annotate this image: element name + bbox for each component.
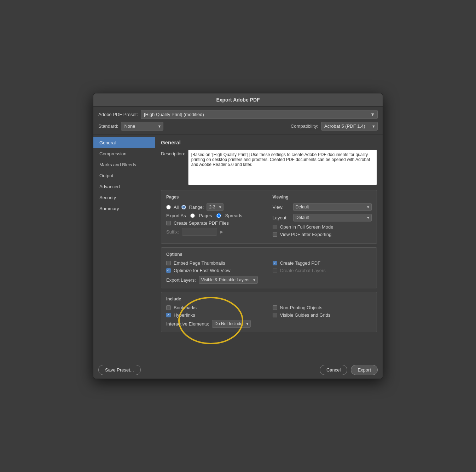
embed-thumbnails-checkbox[interactable] [166, 261, 171, 265]
create-acrobat-label: Create Acrobat Layers [280, 268, 326, 273]
export-as-label: Export As [166, 213, 186, 218]
visible-guides-row: Visible Guides and Grids [273, 312, 372, 318]
include-col-right: Non-Printing Objects Visible Guides and … [273, 305, 372, 328]
range-label: Range: [189, 205, 204, 210]
sidebar-item-advanced[interactable]: Advanced [93, 181, 155, 192]
export-layers-select[interactable]: Visible & Printable Layers [199, 276, 258, 284]
sidebar: General Compression Marks and Bleeds Out… [93, 134, 155, 361]
layout-select-wrap: Default ▼ [293, 214, 372, 221]
include-title: Include [166, 297, 372, 301]
pages-viewing-section: Pages All Range: 2-3 ▼ [161, 190, 377, 244]
cancel-button[interactable]: Cancel [320, 365, 347, 375]
sidebar-item-compression[interactable]: Compression [93, 148, 155, 159]
compatibility-group: Compatibility: Acrobat 5 (PDF 1.4) ▼ [291, 122, 378, 131]
standard-label: Standard: [98, 123, 118, 129]
view-after-row: View PDF after Exporting [273, 232, 372, 237]
save-preset-button[interactable]: Save Preset... [98, 365, 141, 375]
standard-select-wrap: None ▼ [121, 122, 163, 131]
create-tagged-row: Create Tagged PDF [273, 260, 372, 266]
include-col-left: Bookmarks Hyperlinks Interactive Element… [166, 305, 266, 328]
all-radio[interactable] [166, 205, 171, 209]
description-textarea[interactable]: [Based on '[High Quality Print]'] Use th… [188, 150, 377, 185]
interactive-select-wrap: Do Not Include ▼ [212, 320, 251, 328]
top-controls: Adobe PDF Preset: [High Quality Print] (… [93, 107, 383, 134]
non-printing-row: Non-Printing Objects [273, 305, 372, 310]
view-after-checkbox[interactable] [273, 232, 277, 237]
range-radio[interactable] [181, 205, 186, 209]
preset-wrapper: [High Quality Print] (modified) ▼ [141, 110, 378, 119]
options-grid: Embed Page Thumbnails Optimize for Fast … [166, 260, 372, 284]
spreads-radio-label: Spreads [225, 213, 242, 218]
description-box: Description: [Based on '[High Quality Pr… [161, 150, 377, 185]
optimize-checkbox[interactable] [166, 268, 171, 273]
view-after-label: View PDF after Exporting [280, 232, 332, 237]
create-separate-checkbox[interactable] [166, 221, 171, 225]
interactive-label: Interactive Elements: [166, 321, 209, 327]
suffix-arrow-icon: ▶ [220, 229, 223, 234]
dialog-title: Export Adobe PDF [216, 97, 260, 103]
compatibility-label: Compatibility: [291, 123, 318, 129]
options-title: Options [166, 252, 372, 257]
description-label: Description: [161, 151, 185, 156]
preset-select[interactable]: [High Quality Print] (modified) [141, 110, 378, 119]
layout-label: Layout: [273, 215, 290, 220]
embed-thumbnails-label: Embed Page Thumbnails [174, 260, 225, 266]
optimize-row: Optimize for Fast Web View [166, 268, 266, 273]
bottom-bar: Save Preset... Cancel Export [93, 361, 383, 379]
create-separate-label: Create Separate PDF Files [174, 220, 229, 226]
range-select-wrap: 2-3 ▼ [207, 203, 224, 211]
general-panel: General Description: [Based on '[High Qu… [155, 134, 383, 361]
options-col-right: Create Tagged PDF Create Acrobat Layers [273, 260, 372, 284]
export-layers-label: Export Layers: [166, 277, 196, 283]
view-select[interactable]: Default [293, 203, 372, 211]
export-layers-select-wrap: Visible & Printable Layers ▼ [199, 276, 258, 284]
range-select[interactable]: 2-3 [207, 203, 224, 211]
export-as-pages-radio[interactable] [190, 213, 195, 218]
preset-row: Adobe PDF Preset: [High Quality Print] (… [98, 110, 378, 119]
std-compat-row: Standard: None ▼ Compatibility: Acrobat … [98, 122, 378, 131]
non-printing-checkbox[interactable] [273, 305, 277, 310]
non-printing-label: Non-Printing Objects [280, 305, 323, 310]
sidebar-item-security[interactable]: Security [93, 192, 155, 203]
pages-title: Pages [166, 195, 266, 200]
standard-select[interactable]: None [121, 122, 163, 131]
visible-guides-checkbox[interactable] [273, 313, 277, 317]
suffix-row: Suffix: ▶ [166, 228, 266, 236]
full-screen-checkbox[interactable] [273, 225, 277, 229]
bookmarks-row: Bookmarks [166, 305, 266, 310]
view-label: View: [273, 205, 290, 210]
sidebar-item-summary[interactable]: Summary [93, 203, 155, 214]
create-acrobat-checkbox[interactable] [273, 268, 277, 273]
export-as-spreads-radio[interactable] [216, 213, 221, 218]
export-layers-row: Export Layers: Visible & Printable Layer… [166, 276, 266, 284]
full-screen-row: Open in Full Screen Mode [273, 224, 372, 230]
sidebar-item-marks-bleeds[interactable]: Marks and Bleeds [93, 159, 155, 170]
full-screen-label: Open in Full Screen Mode [280, 224, 333, 230]
sidebar-item-output[interactable]: Output [93, 170, 155, 181]
view-row: View: Default ▼ [273, 203, 372, 211]
options-section: Options Embed Page Thumbnails Optimize f… [161, 247, 377, 288]
layout-select[interactable]: Default [293, 214, 372, 221]
standard-group: Standard: None ▼ [98, 122, 163, 131]
pages-all-range-group: All Range: 2-3 ▼ [166, 203, 266, 211]
include-section: Include Bookmarks Hyperlinks Interactive… [161, 292, 377, 332]
suffix-input[interactable] [182, 228, 217, 236]
create-tagged-label: Create Tagged PDF [280, 260, 321, 266]
viewing-title: Viewing [273, 195, 372, 200]
sidebar-item-general[interactable]: General [93, 137, 155, 148]
compatibility-select[interactable]: Acrobat 5 (PDF 1.4) [321, 122, 378, 131]
create-acrobat-row: Create Acrobat Layers [273, 268, 372, 273]
main-content: General Compression Marks and Bleeds Out… [93, 134, 383, 361]
interactive-select[interactable]: Do Not Include [212, 320, 251, 328]
view-select-wrap: Default ▼ [293, 203, 372, 211]
title-bar: Export Adobe PDF [93, 93, 383, 107]
all-radio-label: All [174, 205, 179, 210]
viewing-col: Viewing View: Default ▼ Layout: [273, 195, 372, 239]
hyperlinks-checkbox[interactable] [166, 313, 171, 317]
bookmarks-checkbox[interactable] [166, 305, 171, 310]
export-button[interactable]: Export [351, 365, 378, 375]
options-col-left: Embed Page Thumbnails Optimize for Fast … [166, 260, 266, 284]
include-grid: Bookmarks Hyperlinks Interactive Element… [166, 305, 372, 328]
create-tagged-checkbox[interactable] [273, 261, 277, 265]
hyperlinks-label: Hyperlinks [174, 312, 195, 318]
